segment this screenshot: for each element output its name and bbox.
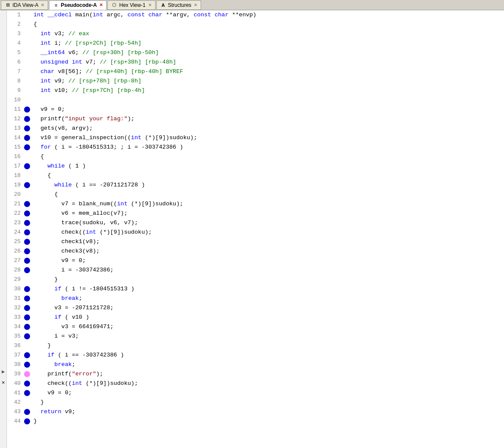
code-content: if ( i != -1804515313 ) bbox=[32, 284, 134, 294]
breakpoint-indicator[interactable] bbox=[24, 305, 30, 311]
table-row: 15 for ( i = -1804515313; ; i = -3037423… bbox=[7, 143, 504, 152]
table-row: 44} bbox=[7, 417, 504, 426]
tab-pseudocode[interactable]: ≡ Pseudocode-A ✕ bbox=[49, 0, 107, 10]
breakpoint-indicator[interactable] bbox=[24, 371, 30, 377]
breakpoint-indicator[interactable] bbox=[24, 69, 30, 75]
tab-hex-view[interactable]: ⬡ Hex View-1 ✕ bbox=[107, 0, 155, 10]
breakpoint-indicator[interactable] bbox=[24, 277, 30, 283]
breakpoint-indicator[interactable] bbox=[24, 418, 30, 424]
breakpoint-indicator[interactable] bbox=[24, 107, 30, 113]
line-number: 3 bbox=[7, 29, 24, 39]
breakpoint-indicator[interactable] bbox=[24, 314, 30, 320]
table-row: 38 break; bbox=[7, 360, 504, 369]
breakpoint-indicator[interactable] bbox=[24, 239, 30, 245]
breakpoint-indicator[interactable] bbox=[24, 21, 30, 27]
breakpoint-indicator[interactable] bbox=[24, 390, 30, 396]
breakpoint-indicator[interactable] bbox=[24, 192, 30, 198]
line-number: 14 bbox=[7, 133, 24, 143]
table-row: 23 trace(sudoku, v6, v7); bbox=[7, 218, 504, 228]
code-content: v9 = 0; bbox=[32, 388, 72, 398]
line-number: 33 bbox=[7, 313, 24, 322]
line-number: 5 bbox=[7, 48, 24, 58]
code-content: break; bbox=[32, 294, 82, 303]
breakpoint-indicator[interactable] bbox=[24, 248, 30, 254]
code-content: int v9; // [rsp+78h] [rbp-8h] bbox=[32, 76, 141, 86]
breakpoint-indicator[interactable] bbox=[24, 399, 30, 405]
breakpoint-indicator[interactable] bbox=[24, 88, 30, 94]
code-content: for ( i = -1804515313; ; i = -303742386 … bbox=[32, 143, 183, 152]
breakpoint-indicator[interactable] bbox=[24, 182, 30, 188]
breakpoint-indicator[interactable] bbox=[24, 324, 30, 330]
table-row: 43 return v9; bbox=[7, 407, 504, 417]
tab-structures-label: Structures bbox=[168, 2, 192, 8]
line-number: 34 bbox=[7, 322, 24, 332]
code-content: trace(sudoku, v6, v7); bbox=[32, 218, 138, 228]
code-content: if ( v10 ) bbox=[32, 313, 89, 322]
table-row: 12 printf("input your flag:"); bbox=[7, 114, 504, 124]
line-number: 19 bbox=[7, 180, 24, 190]
tab-structures[interactable]: A Structures ✕ bbox=[156, 0, 202, 10]
breakpoint-indicator[interactable] bbox=[24, 40, 30, 46]
tab-pseudocode-close[interactable]: ✕ bbox=[99, 3, 103, 7]
breakpoint-indicator[interactable] bbox=[24, 409, 30, 415]
table-row: 31 break; bbox=[7, 294, 504, 303]
table-row: 18 { bbox=[7, 171, 504, 180]
breakpoint-indicator[interactable] bbox=[24, 267, 30, 273]
table-row: 8 int v9; // [rsp+78h] [rbp-8h] bbox=[7, 76, 504, 86]
line-number: 15 bbox=[7, 143, 24, 152]
table-row: 6 unsigned int v7; // [rsp+38h] [rbp-48h… bbox=[7, 58, 504, 67]
line-number: 1 bbox=[7, 10, 24, 20]
line-number: 12 bbox=[7, 114, 24, 124]
tab-hex-view-close[interactable]: ✕ bbox=[148, 3, 152, 7]
breakpoint-indicator[interactable] bbox=[24, 50, 30, 56]
line-number: 41 bbox=[7, 388, 24, 398]
breakpoint-indicator[interactable] bbox=[24, 135, 30, 141]
breakpoint-indicator[interactable] bbox=[24, 229, 30, 235]
line-number: 32 bbox=[7, 303, 24, 313]
breakpoint-indicator[interactable] bbox=[24, 258, 30, 264]
code-content: int v10; // [rsp+7Ch] [rbp-4h] bbox=[32, 86, 145, 95]
table-row: 9 int v10; // [rsp+7Ch] [rbp-4h] bbox=[7, 86, 504, 95]
table-row: 27 v9 = 0; bbox=[7, 256, 504, 265]
breakpoint-indicator[interactable] bbox=[24, 201, 30, 207]
breakpoint-indicator[interactable] bbox=[24, 59, 30, 65]
breakpoint-indicator[interactable] bbox=[24, 286, 30, 292]
line-number: 37 bbox=[7, 350, 24, 360]
breakpoint-indicator[interactable] bbox=[24, 154, 30, 160]
breakpoint-indicator[interactable] bbox=[24, 31, 30, 37]
breakpoint-indicator[interactable] bbox=[24, 144, 30, 150]
breakpoint-indicator[interactable] bbox=[24, 210, 30, 216]
code-area[interactable]: 1int __cdecl main(int argc, const char *… bbox=[7, 10, 504, 448]
tab-ida-view-close[interactable]: ✕ bbox=[41, 3, 44, 7]
tab-bar: ⊞ IDA View-A ✕ ≡ Pseudocode-A ✕ ⬡ Hex Vi… bbox=[0, 0, 504, 10]
line-number: 27 bbox=[7, 256, 24, 265]
breakpoint-indicator[interactable] bbox=[24, 116, 30, 122]
breakpoint-indicator[interactable] bbox=[24, 12, 30, 18]
table-row: 25 check1(v8); bbox=[7, 237, 504, 247]
breakpoint-indicator[interactable] bbox=[24, 296, 30, 302]
tab-structures-close[interactable]: ✕ bbox=[194, 3, 197, 7]
code-content: { bbox=[32, 171, 51, 180]
close-icon[interactable]: ✕ bbox=[2, 379, 5, 386]
line-number: 31 bbox=[7, 294, 24, 303]
table-row: 3 int v3; // eax bbox=[7, 29, 504, 39]
breakpoint-indicator[interactable] bbox=[24, 343, 30, 349]
table-row: 20 { bbox=[7, 190, 504, 199]
breakpoint-indicator[interactable] bbox=[24, 352, 30, 358]
code-content: int __cdecl main(int argc, const char **… bbox=[32, 10, 257, 20]
tab-ida-view[interactable]: ⊞ IDA View-A ✕ bbox=[1, 0, 48, 10]
breakpoint-indicator[interactable] bbox=[24, 163, 30, 169]
left-panel: ▶ ✕ bbox=[0, 10, 7, 448]
breakpoint-indicator[interactable] bbox=[24, 362, 30, 368]
breakpoint-indicator[interactable] bbox=[24, 125, 30, 131]
code-content: v6 = mem_alloc(v7); bbox=[32, 209, 128, 218]
breakpoint-indicator[interactable] bbox=[24, 333, 30, 339]
breakpoint-indicator[interactable] bbox=[24, 220, 30, 226]
breakpoint-indicator[interactable] bbox=[24, 97, 30, 103]
code-content: unsigned int v7; // [rsp+38h] [rbp-48h] bbox=[32, 58, 176, 67]
arrow-right-icon: ▶ bbox=[2, 369, 5, 375]
table-row: 35 i = v3; bbox=[7, 332, 504, 341]
breakpoint-indicator[interactable] bbox=[24, 78, 30, 84]
breakpoint-indicator[interactable] bbox=[24, 173, 30, 179]
breakpoint-indicator[interactable] bbox=[24, 381, 30, 387]
